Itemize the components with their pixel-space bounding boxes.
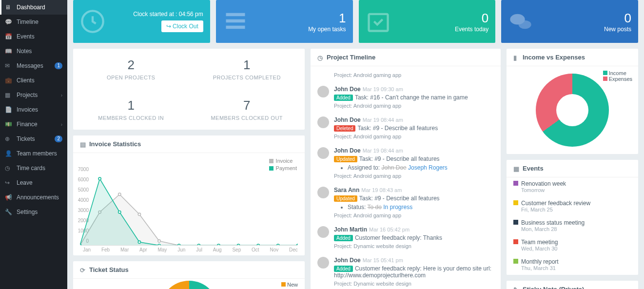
- nav-clients[interactable]: 💼Clients: [0, 73, 67, 88]
- nav-label: Announcements: [17, 194, 59, 201]
- nav-events[interactable]: 📅Events: [0, 29, 67, 44]
- timeline-list: Project: Android gaming app John DoeMar …: [311, 66, 501, 289]
- avatar: [317, 226, 329, 238]
- nav-dashboard[interactable]: 🖥Dashboard: [0, 0, 67, 15]
- stat-clocked-in[interactable]: 1MEMBERS CLOCKED IN: [73, 89, 189, 130]
- nav-label: Tickets: [17, 135, 35, 142]
- lifering-icon: ⊕: [5, 135, 13, 142]
- file-icon: 📄: [5, 106, 13, 113]
- event-color-dot: [513, 181, 518, 186]
- tile-open-tasks[interactable]: 1My open tasks: [216, 0, 353, 43]
- nav-time-cards[interactable]: ◷Time cards: [0, 161, 67, 175]
- clock-started-text: Clock started at : 04:56 pm: [133, 11, 203, 18]
- nav-label: Invoices: [17, 106, 38, 113]
- svg-point-9: [118, 193, 121, 195]
- chart-icon: ▤: [80, 141, 86, 147]
- nav-label: Notes: [17, 48, 32, 55]
- signout-icon: ↪: [5, 179, 13, 186]
- avatar: [317, 147, 329, 159]
- timeline-timestamp: Mar 16 05:42 pm: [369, 227, 410, 232]
- stat-clocked-out[interactable]: 7MEMBERS CLOCKED OUT: [189, 89, 305, 130]
- invoice-chart: Invoice Payment 700060005000400030002000…: [73, 153, 305, 255]
- comment-icon: 💬: [5, 19, 13, 25]
- events-panel: ▦Events Renovation weekTomorrowCustomer …: [507, 160, 638, 275]
- timeline-timestamp: Mar 19 08:44 am: [363, 117, 403, 123]
- event-item[interactable]: Team meetingWed, March 30: [507, 236, 638, 255]
- avatar: [317, 86, 329, 97]
- timeline-item: John DoeMar 15 05:41 pm AddedCustomer fe…: [311, 253, 501, 289]
- nav-label: Finance: [17, 121, 38, 128]
- svg-point-10: [138, 213, 140, 215]
- timeline-project: Project: Dynamic website design: [334, 243, 494, 249]
- nav-settings[interactable]: 🔧Settings: [0, 205, 67, 219]
- timeline-item: John DoeMar 19 08:44 am UpdatedTask: #9 …: [311, 143, 501, 183]
- tile-new-posts[interactable]: 0New posts: [501, 0, 638, 43]
- main: Clock started at : 04:56 pm ↪ Clock Out …: [67, 0, 644, 289]
- nav-invoices[interactable]: 📄Invoices: [0, 102, 67, 117]
- timeline-user[interactable]: John Martin: [334, 226, 367, 233]
- nav-label: Messages: [17, 62, 43, 69]
- tag-added: Added: [334, 95, 353, 101]
- clock-out-button[interactable]: ↪ Clock Out: [161, 20, 203, 32]
- event-color-dot: [513, 200, 518, 205]
- chevron-right-icon: ›: [61, 122, 62, 127]
- nav-timeline[interactable]: 💬Timeline: [0, 15, 67, 29]
- nav-finance[interactable]: 💵Finance›: [0, 117, 67, 132]
- event-color-dot: [513, 220, 518, 225]
- timeline-project: Project: Android gaming app: [334, 173, 494, 179]
- event-item[interactable]: Customer feedback reviewFri, March 25: [507, 197, 638, 216]
- timeline-user[interactable]: Sara Ann: [334, 187, 359, 193]
- timeline-project: Project: Android gaming app: [334, 103, 494, 109]
- clock-icon: ◷: [5, 165, 13, 172]
- nav-announcements[interactable]: 📢Announcements: [0, 190, 67, 205]
- timeline-user[interactable]: John Doe: [334, 257, 361, 264]
- tag-added: Added: [334, 235, 353, 241]
- income-expenses-panel: ▮Income vs Expenses Income Expenses: [507, 49, 638, 154]
- event-color-dot: [513, 239, 518, 244]
- stat-open-projects[interactable]: 2OPEN PROJECTS: [73, 49, 189, 89]
- money-icon: 💵: [5, 121, 13, 128]
- nav-label: Team members: [17, 150, 57, 157]
- timeline-project: Project: Android gaming app: [334, 212, 494, 218]
- timeline-timestamp: Mar 15 05:41 pm: [363, 257, 403, 263]
- user-icon: 👤: [5, 150, 13, 157]
- nav-label: Dashboard: [17, 4, 45, 11]
- timeline-timestamp: Mar 19 08:43 am: [361, 187, 402, 193]
- nav-notes[interactable]: 📖Notes: [0, 44, 67, 58]
- nav-label: Clients: [17, 77, 35, 84]
- timeline-item: Project: Android gaming app: [311, 66, 501, 82]
- timeline-user[interactable]: John Doe: [334, 86, 361, 93]
- nav-team-members[interactable]: 👤Team members: [0, 146, 67, 161]
- timeline-user[interactable]: John Doe: [334, 147, 361, 154]
- nav-tickets[interactable]: ⊕Tickets2: [0, 132, 67, 146]
- event-item[interactable]: Monthly reportThu, March 31: [507, 255, 638, 275]
- timeline-item: Sara AnnMar 19 08:43 am UpdatedTask: #9 …: [311, 183, 501, 222]
- stat-projects-completed[interactable]: 1PROJECTS COMPLETED: [189, 49, 305, 89]
- bar-chart-icon: ▮: [513, 54, 520, 60]
- sticky-note-panel: ✎Sticky Note (Private): [507, 281, 638, 289]
- event-item[interactable]: Business status meetingMon, March 28: [507, 216, 638, 236]
- book-icon: 📖: [5, 48, 13, 55]
- nav-label: Leave: [17, 179, 33, 186]
- avatar: [317, 187, 329, 198]
- nav-label: Time cards: [17, 165, 45, 172]
- list-icon: [223, 9, 248, 34]
- nav-label: Events: [17, 33, 35, 40]
- bullhorn-icon: 📢: [5, 194, 13, 201]
- event-item[interactable]: Renovation weekTomorrow: [507, 177, 638, 197]
- nav-leave[interactable]: ↪Leave: [0, 175, 67, 190]
- timeline-item: John DoeMar 19 09:30 am AddedTask: #16 -…: [311, 82, 501, 113]
- stats-panel: 2OPEN PROJECTS 1PROJECTS COMPLETED 1MEMB…: [73, 49, 305, 130]
- wrench-icon: 🔧: [5, 209, 13, 215]
- nav-projects[interactable]: ▦Projects›: [0, 88, 67, 102]
- timeline-user[interactable]: John Doe: [334, 116, 361, 123]
- calendar-icon: 📅: [5, 33, 13, 40]
- envelope-icon: ✉: [5, 62, 13, 69]
- svg-point-20: [98, 177, 101, 180]
- nav-label: Settings: [17, 209, 38, 215]
- nav-messages[interactable]: ✉Messages1: [0, 58, 67, 73]
- clock-icon: [80, 9, 105, 34]
- tile-events-today[interactable]: 0Events today: [359, 0, 496, 43]
- ticket-pie: New: [73, 279, 305, 289]
- timeline-item: John MartinMar 16 05:42 pm AddedCustomer…: [311, 222, 501, 253]
